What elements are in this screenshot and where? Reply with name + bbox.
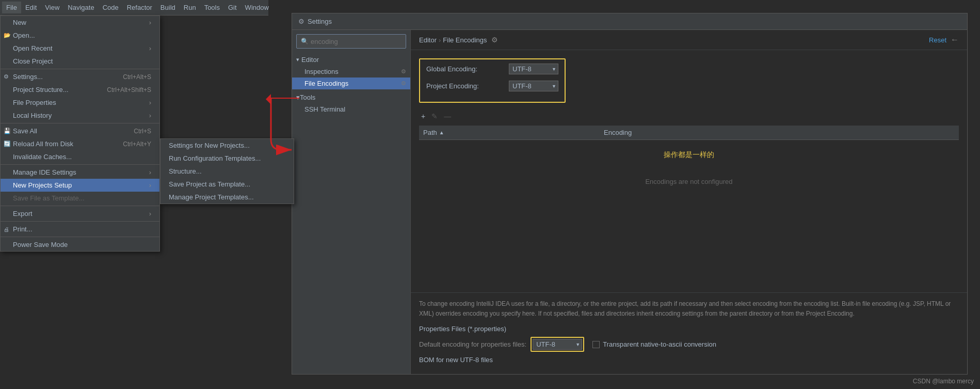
editor-label: Editor — [301, 56, 319, 64]
arrow-icon-6: › — [149, 181, 151, 189]
sidebar-ssh-terminal[interactable]: SSH Terminal — [292, 103, 410, 115]
tools-section-header[interactable]: ▾ Tools — [292, 91, 410, 103]
menu-view[interactable]: View — [41, 2, 63, 13]
menu-print[interactable]: 🖨 Print... — [1, 223, 159, 236]
project-encoding-label: Project Encoding: — [426, 82, 509, 90]
print-icon: 🖨 — [4, 226, 9, 232]
arrow-icon-4: › — [149, 112, 151, 119]
settings-sidebar: 🔍 ▾ Editor Inspections ⚙ File Encodings … — [292, 30, 411, 374]
breadcrumb-file-encodings: File Encodings — [443, 36, 487, 44]
watermark: CSDN @lambo mercy — [913, 378, 974, 385]
menu-run[interactable]: Run — [180, 2, 200, 13]
menu-save-file-template: Save File as Template... — [1, 192, 159, 205]
menu-new[interactable]: New › — [1, 16, 159, 29]
menu-new-projects-setup[interactable]: New Projects Setup › — [1, 179, 159, 192]
menu-refactor[interactable]: Refactor — [123, 2, 156, 13]
open-icon: 📂 — [4, 32, 11, 39]
toggle-icon: ▾ — [296, 56, 299, 63]
reload-icon: 🔄 — [4, 141, 11, 147]
search-input[interactable] — [311, 38, 401, 45]
content-header: Editor › File Encodings ⚙ Reset ← — [411, 30, 967, 50]
default-encoding-select-yellow-box: UTF-8 UTF-16 ISO-8859-1 — [531, 337, 584, 352]
menu-close-project[interactable]: Close Project — [1, 55, 159, 68]
menu-file-properties[interactable]: File Properties › — [1, 96, 159, 109]
menu-tools[interactable]: Tools — [200, 2, 224, 13]
menu-window[interactable]: Window — [241, 2, 273, 13]
separator-5 — [1, 221, 159, 222]
back-button[interactable]: ← — [951, 35, 959, 44]
menu-invalidate-caches[interactable]: Invalidate Caches... — [1, 150, 159, 163]
svg-marker-1 — [266, 94, 271, 104]
transparent-checkbox[interactable] — [592, 341, 600, 348]
breadcrumb-sep: › — [439, 36, 441, 44]
breadcrumb: Editor › File Encodings ⚙ — [419, 36, 498, 44]
edit-encoding-button[interactable]: ✎ — [429, 111, 440, 121]
global-encoding-label: Global Encoding: — [426, 65, 509, 73]
encoding-description: To change encoding IntelliJ IDEA uses fo… — [419, 299, 959, 319]
menu-power-save[interactable]: Power Save Mode — [1, 238, 159, 251]
menu-navigate[interactable]: Navigate — [63, 2, 98, 13]
menu-build[interactable]: Build — [156, 2, 180, 13]
global-encoding-select[interactable]: UTF-8 UTF-16 ISO-8859-1 — [509, 64, 558, 74]
reset-button[interactable]: Reset — [929, 36, 946, 44]
menu-export[interactable]: Export › — [1, 207, 159, 220]
properties-section-title: Properties Files (*.properties) — [419, 325, 959, 333]
bom-checkbox-row: BOM for new UTF-8 files — [419, 356, 959, 364]
sidebar-inspections[interactable]: Inspections ⚙ — [292, 66, 410, 77]
separator-3 — [1, 164, 159, 165]
settings-title-bar: ⚙ Settings — [292, 13, 967, 30]
encoding-column-header: Encoding — [600, 128, 959, 137]
arrow-container — [263, 93, 304, 167]
content-body: Global Encoding: UTF-8 UTF-16 ISO-8859-1… — [411, 50, 967, 292]
menu-local-history[interactable]: Local History › — [1, 109, 159, 122]
global-encoding-select-wrapper: UTF-8 UTF-16 ISO-8859-1 — [509, 64, 558, 74]
settings-search-box[interactable]: 🔍 — [296, 34, 406, 49]
breadcrumb-editor: Editor — [419, 36, 437, 44]
separator-6 — [1, 237, 159, 237]
chinese-annotation: 操作都是一样的 — [419, 150, 959, 160]
search-icon: 🔍 — [301, 38, 309, 45]
submenu-manage-project-templates[interactable]: Manage Project Templates... — [160, 191, 294, 204]
menu-edit[interactable]: Edit — [21, 2, 41, 13]
transparent-checkbox-row: Transparent native-to-ascii conversion — [592, 340, 716, 348]
menu-code[interactable]: Code — [99, 2, 123, 13]
separator-2 — [1, 123, 159, 123]
menu-project-structure[interactable]: Project Structure... Ctrl+Alt+Shift+S — [1, 83, 159, 96]
default-encoding-select-wrapper: UTF-8 UTF-16 ISO-8859-1 — [533, 339, 582, 350]
menu-manage-ide[interactable]: Manage IDE Settings › — [1, 166, 159, 179]
menu-settings[interactable]: ⚙ Settings... Ctrl+Alt+S — [1, 70, 159, 83]
settings-title: Settings — [308, 18, 332, 25]
settings-icon-small: ⚙ — [491, 36, 498, 44]
settings-icon: ⚙ — [4, 73, 9, 80]
menu-open-recent[interactable]: Open Recent › — [1, 42, 159, 55]
editor-section-header[interactable]: ▾ Editor — [292, 54, 410, 66]
menu-save-all[interactable]: 💾 Save All Ctrl+S — [1, 125, 159, 137]
inspections-gear-icon: ⚙ — [401, 68, 406, 75]
settings-content: Editor › File Encodings ⚙ Reset ← Global… — [411, 30, 967, 374]
default-encoding-select[interactable]: UTF-8 UTF-16 ISO-8859-1 — [533, 339, 582, 350]
remove-encoding-button[interactable]: — — [442, 111, 453, 121]
arrow-icon: › — [149, 19, 151, 26]
menu-open[interactable]: 📂 Open... — [1, 29, 159, 42]
settings-panel: ⚙ Settings 🔍 ▾ Editor Inspections ⚙ File… — [292, 13, 968, 375]
arrow-icon-3: › — [149, 99, 151, 106]
project-encoding-select[interactable]: UTF-8 UTF-16 ISO-8859-1 — [509, 81, 558, 91]
encoding-settings-box: Global Encoding: UTF-8 UTF-16 ISO-8859-1… — [419, 58, 566, 103]
menu-git[interactable]: Git — [224, 2, 241, 13]
submenu-save-project-template[interactable]: Save Project as Template... — [160, 178, 294, 191]
transparent-label: Transparent native-to-ascii conversion — [603, 340, 716, 348]
path-column-header: Path ▲ — [419, 128, 600, 137]
sort-icon: ▲ — [439, 130, 444, 135]
project-encoding-row: Project Encoding: UTF-8 UTF-16 ISO-8859-… — [426, 81, 558, 91]
menu-bar: File Edit View Navigate Code Refactor Bu… — [0, 0, 268, 15]
encoding-table-body: 操作都是一样的 Encodings are not configured — [419, 150, 959, 212]
project-encoding-select-wrapper: UTF-8 UTF-16 ISO-8859-1 — [509, 81, 558, 91]
default-encoding-row: Default encoding for properties files: U… — [419, 337, 959, 352]
sidebar-file-encodings[interactable]: File Encodings ⚙ — [292, 77, 410, 89]
bottom-section: To change encoding IntelliJ IDEA uses fo… — [411, 292, 967, 374]
header-actions: Reset ← — [929, 35, 959, 44]
menu-file[interactable]: File — [2, 2, 21, 13]
menu-reload[interactable]: 🔄 Reload All from Disk Ctrl+Alt+Y — [1, 137, 159, 150]
add-encoding-button[interactable]: + — [419, 111, 427, 121]
file-encodings-gear-icon: ⚙ — [401, 80, 406, 87]
